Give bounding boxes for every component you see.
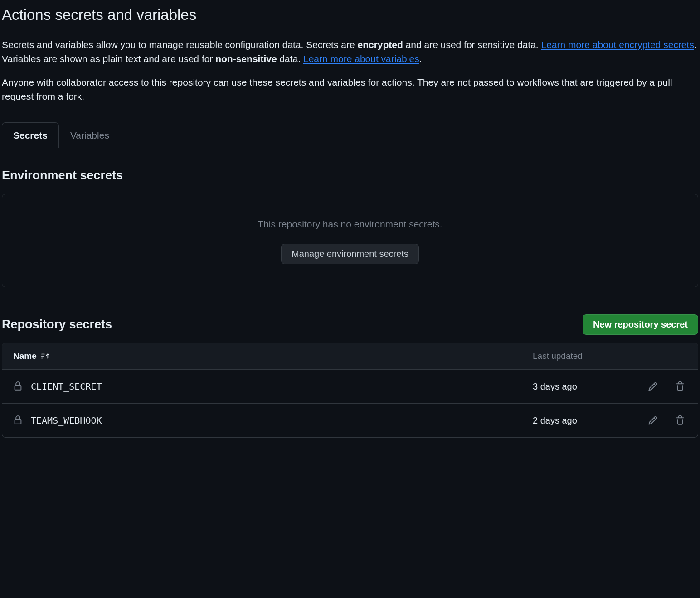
table-header: Name Last updated — [2, 343, 698, 369]
intro-text-segment: data. — [277, 53, 303, 64]
edit-button[interactable] — [646, 414, 660, 427]
intro-text-segment: and are used for sensitive data. — [403, 39, 541, 50]
new-repo-secret-button[interactable]: New repository secret — [583, 314, 698, 335]
secret-name: CLIENT_SECRET — [31, 380, 102, 393]
intro-text: Secrets and variables allow you to manag… — [2, 38, 698, 104]
env-empty-text: This repository has no environment secre… — [11, 217, 689, 231]
intro-text-segment: Secrets and variables allow you to manag… — [2, 39, 357, 50]
trash-icon — [675, 415, 685, 425]
table-row: CLIENT_SECRET 3 days ago — [2, 369, 698, 403]
pencil-icon — [648, 415, 658, 425]
intro-text-segment: . — [419, 53, 422, 64]
tab-variables[interactable]: Variables — [59, 122, 121, 149]
delete-button[interactable] — [673, 414, 687, 427]
pencil-icon — [648, 381, 658, 391]
env-secrets-empty: This repository has no environment secre… — [2, 194, 698, 288]
sort-icon — [41, 352, 49, 360]
secret-updated: 2 days ago — [533, 414, 623, 427]
repo-secrets-table: Name Last updated CLIENT_SECRET 3 days a… — [2, 343, 698, 438]
edit-button[interactable] — [646, 380, 660, 393]
delete-button[interactable] — [673, 380, 687, 393]
intro-bold-nonsensitive: non-sensitive — [215, 53, 277, 64]
page-title: Actions secrets and variables — [2, 4, 698, 32]
learn-variables-link[interactable]: Learn more about variables — [303, 53, 419, 64]
col-updated-header: Last updated — [533, 350, 623, 363]
tabs: Secrets Variables — [2, 122, 698, 149]
col-actions-header — [623, 350, 687, 363]
learn-secrets-link[interactable]: Learn more about encrypted secrets — [541, 39, 694, 50]
intro-para2: Anyone with collaborator access to this … — [2, 75, 698, 104]
lock-icon — [13, 415, 23, 425]
repo-secrets-heading: Repository secrets — [2, 315, 112, 334]
intro-bold-encrypted: encrypted — [357, 39, 403, 50]
lock-icon — [13, 381, 23, 391]
secret-updated: 3 days ago — [533, 380, 623, 393]
secret-name: TEAMS_WEBHOOK — [31, 414, 102, 427]
manage-env-secrets-button[interactable]: Manage environment secrets — [281, 244, 419, 264]
col-name-header[interactable]: Name — [13, 350, 533, 363]
table-row: TEAMS_WEBHOOK 2 days ago — [2, 403, 698, 437]
col-name-label: Name — [13, 350, 37, 363]
tab-secrets[interactable]: Secrets — [2, 122, 59, 149]
env-secrets-heading: Environment secrets — [2, 166, 698, 185]
trash-icon — [675, 381, 685, 391]
